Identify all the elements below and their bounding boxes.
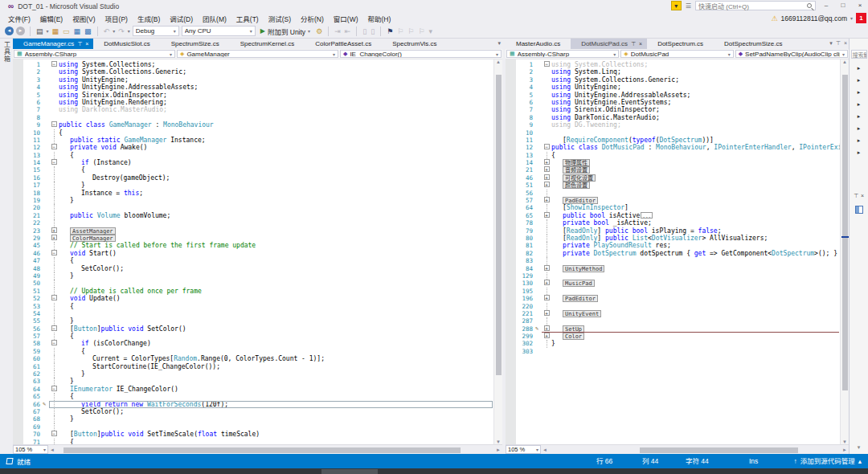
open-file-icon[interactable]: ▭ (62, 27, 71, 35)
menu-item[interactable]: 工具(T) (231, 15, 264, 23)
fold-marker-icon[interactable]: − (49, 295, 59, 302)
collapsed-region[interactable]: UnityEvent (563, 310, 601, 317)
collapsed-region[interactable]: 物理属性 (563, 159, 590, 166)
code-line[interactable]: 4using UnityEngine; (506, 84, 840, 91)
code-line[interactable]: 20 (13, 204, 493, 211)
code-line[interactable]: 12−private void Awake() (13, 144, 493, 151)
find-in-files-icon[interactable]: ⚙ (315, 27, 323, 35)
fold-marker-icon[interactable]: − (542, 144, 551, 151)
code-line[interactable]: 68} (13, 415, 493, 423)
fold-marker-icon[interactable]: + (542, 182, 551, 189)
menu-item[interactable]: 帮助(H) (363, 15, 396, 23)
member-dropdown[interactable]: ◆SetPadNameByClip(AudioClip clip)▾ (735, 50, 848, 58)
code-line[interactable]: 62} (13, 370, 493, 378)
fold-marker-icon[interactable]: + (49, 235, 59, 242)
minimize-button[interactable]: ‒ (820, 1, 833, 10)
scroll-left-icon[interactable]: ◄ (542, 447, 547, 452)
nav-forward-icon[interactable]: ► (16, 27, 25, 35)
code-line[interactable]: 46−void Start() (13, 250, 493, 257)
code-line[interactable]: 52−void Update() (13, 295, 493, 302)
collapsed-region[interactable]: 可视化设置 (563, 174, 596, 182)
scrollbar-thumb[interactable] (63, 447, 461, 453)
collapsed-region[interactable]: PadEditor (563, 197, 598, 204)
code-line[interactable]: 3using UnityEngine; (13, 76, 493, 84)
prev-bookmark-icon[interactable]: ⚐ (396, 27, 404, 35)
code-line[interactable]: 51// Update is called once per frame (13, 288, 493, 295)
code-line[interactable]: 8 (13, 114, 493, 121)
code-line[interactable]: 51+颜色设置 (506, 182, 840, 189)
code-line[interactable]: 60Current = ColorTypes[Random.Range(0, C… (13, 355, 493, 362)
code-line[interactable]: 67SetColor(); (13, 408, 493, 415)
code-line[interactable]: 288✎+SetUp (506, 325, 840, 333)
collapsed-region[interactable]: 颜色设置 (563, 182, 590, 189)
code-line[interactable]: 48SetColor(); (13, 265, 493, 272)
code-line[interactable]: 195 (506, 288, 840, 295)
fold-marker-icon[interactable]: − (49, 386, 59, 393)
collapsed-region[interactable]: UnityMethod (563, 265, 604, 272)
tab-dotspectrum-cs[interactable]: DotSpectrum.cs (647, 39, 714, 49)
code-line[interactable]: 299+Color (506, 333, 840, 340)
code-line[interactable]: 221+UnityEvent (506, 310, 840, 317)
account-caret-icon[interactable]: ▾ (850, 15, 853, 21)
menu-item[interactable]: 视图(V) (68, 15, 100, 23)
tab-spectrumkernel-cs[interactable]: SpectrumKernel.cs (230, 39, 305, 49)
code-line[interactable]: 130+MusicPad (506, 280, 840, 287)
fold-marker-icon[interactable]: − (49, 250, 59, 257)
toolbox-vertical-tab[interactable]: 工具箱 (2, 41, 11, 63)
scrollbar-thumb[interactable] (640, 447, 798, 453)
fold-marker-icon[interactable]: + (542, 280, 551, 287)
code-line[interactable]: 129 (506, 272, 840, 280)
platform-dropdown[interactable]: Any CPU▾ (182, 26, 256, 36)
fold-marker-icon[interactable]: + (49, 227, 59, 235)
new-file-icon[interactable]: ▤ (35, 27, 44, 35)
fold-marker-icon[interactable]: − (49, 159, 59, 166)
code-line[interactable]: 18Instance = this; (13, 190, 493, 197)
code-line[interactable]: 14+物理属性 (506, 159, 840, 166)
code-line[interactable]: 46+可视化设置 (506, 174, 840, 182)
dropdown-caret-icon[interactable]: ▾ (47, 28, 49, 34)
code-line[interactable]: 8using DarkTonic.MasterAudio; (506, 114, 840, 121)
code-line[interactable]: 12−public class DotMusicPad : MonoBehavi… (506, 144, 840, 151)
scroll-down-icon[interactable]: ▼ (496, 439, 501, 444)
code-line[interactable]: 29+ColorManager (13, 235, 493, 242)
code-line[interactable]: 81private PlaySoundResult res; (506, 242, 840, 249)
code-line[interactable]: 53{ (13, 303, 493, 310)
close-icon[interactable]: × (844, 40, 847, 47)
menu-item[interactable]: 生成(B) (133, 15, 165, 23)
code-editor[interactable]: 1−using System.Collections;2using System… (506, 59, 840, 444)
fold-marker-icon[interactable]: + (542, 159, 551, 166)
code-line[interactable]: 21+音频设置 (506, 166, 840, 174)
code-line[interactable]: 69 (13, 423, 493, 431)
close-icon[interactable]: × (861, 193, 864, 199)
uncomment-icon[interactable]: ⇤ (344, 27, 352, 35)
add-to-source-control-button[interactable]: ↑ 添加到源代码管理 ▴ (793, 454, 862, 468)
type-dropdown[interactable]: ◈GameManager▾ (177, 50, 338, 58)
code-line[interactable]: 21public Volume bloomVolume; (13, 212, 493, 219)
code-line[interactable]: 45// Start is called before the first fr… (13, 242, 493, 249)
member-dropdown[interactable]: ◆IE_ChangeColor()▾ (340, 50, 502, 58)
code-line[interactable]: 11public static GameManager Instance; (13, 137, 493, 144)
code-line[interactable]: 287 (506, 317, 840, 325)
notifications-flag-icon[interactable]: ▼ (671, 1, 682, 10)
menu-item[interactable]: 测试(S) (264, 15, 296, 23)
code-line[interactable]: 64[ShowInInspector] (506, 204, 840, 211)
fold-marker-icon[interactable]: + (542, 212, 551, 219)
add-item-icon[interactable]: ▦ (51, 27, 60, 35)
overflow-icon[interactable]: ▾ (428, 27, 434, 35)
code-line[interactable]: 19} (13, 197, 493, 204)
pin-icon[interactable]: ⊤ (77, 39, 82, 49)
restore-button[interactable]: □ (837, 1, 850, 10)
fold-marker-icon[interactable]: + (542, 325, 551, 333)
bookmark-icon[interactable]: ⚑ (386, 27, 394, 35)
clear-bookmarks-icon[interactable]: ⚐ (417, 27, 425, 35)
scroll-left-icon[interactable]: ◄ (50, 447, 55, 452)
code-line[interactable]: 1−using System.Collections; (506, 61, 840, 68)
code-line[interactable]: 14−if (Instance) (13, 159, 493, 166)
menu-item[interactable]: 窗口(W) (329, 15, 363, 23)
code-line[interactable]: 56−[Button]public void SetColor() (13, 325, 493, 333)
next-bookmark-icon[interactable]: ⚐ (407, 27, 415, 35)
pin-icon[interactable]: ⊤ (854, 193, 858, 199)
scrollbar-thumb[interactable] (496, 75, 502, 375)
code-line[interactable]: 10 (506, 129, 840, 137)
close-button[interactable]: × (854, 1, 866, 10)
